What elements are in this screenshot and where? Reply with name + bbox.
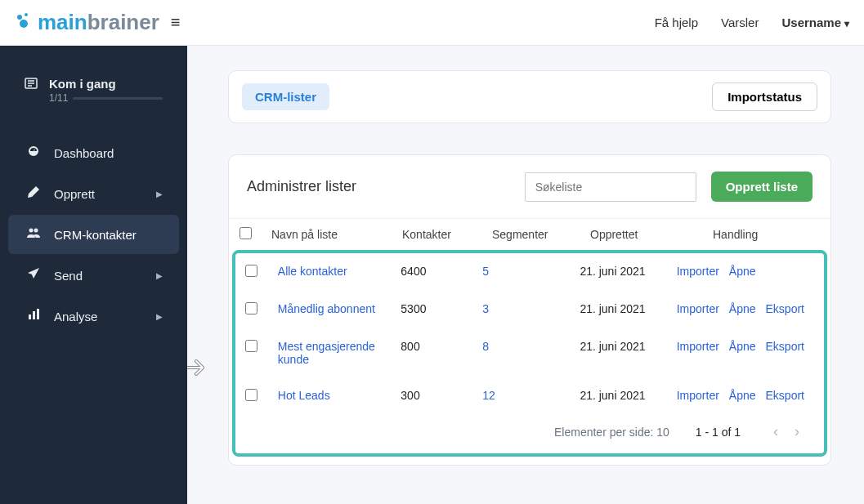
svg-rect-11: [37, 309, 39, 319]
tab-crm-lists[interactable]: CRM-lister: [242, 83, 329, 110]
gauge-icon: [25, 145, 43, 161]
logo-text-main: main: [38, 10, 87, 35]
select-all-checkbox[interactable]: [240, 227, 252, 239]
panel-title: Administrer lister: [247, 178, 356, 195]
top-right-nav: Få hjelp Varsler Username: [655, 16, 849, 29]
export-action[interactable]: Eksport: [766, 302, 804, 315]
table-row: Alle kontakter6400521. juni 2021Importer…: [235, 253, 824, 291]
svg-point-0: [17, 15, 22, 20]
logo[interactable]: mainbrainer: [15, 10, 159, 35]
sidebar-get-started[interactable]: Kom i gang 1/11: [8, 65, 179, 115]
sidebar-label: Dashboard: [54, 146, 114, 160]
sidebar-item-crm-contacts[interactable]: CRM-kontakter: [8, 215, 179, 254]
segments-link[interactable]: 5: [482, 265, 489, 278]
import-action[interactable]: Importer: [677, 265, 719, 278]
logo-text-sub: brainer: [87, 10, 159, 35]
svg-point-1: [25, 13, 28, 16]
chevron-right-icon: ▶: [156, 312, 163, 321]
sidebar-label: Send: [54, 269, 83, 283]
row-checkbox[interactable]: [245, 389, 257, 401]
highlighted-rows: Alle kontakter6400521. juni 2021Importer…: [232, 250, 827, 457]
header-card: CRM-lister Importstatus: [228, 70, 831, 123]
export-action[interactable]: Eksport: [766, 389, 804, 402]
col-segments: Segmenter: [482, 219, 580, 251]
pager-prev-icon[interactable]: ‹: [767, 423, 785, 439]
sidebar-item-dashboard[interactable]: Dashboard: [8, 133, 179, 172]
segments-link[interactable]: 8: [482, 340, 489, 353]
lists-panel: Administrer lister Opprett liste Navn på…: [228, 154, 831, 466]
col-contacts: Kontakter: [392, 219, 482, 251]
pager-next-icon[interactable]: ›: [788, 423, 806, 439]
open-action[interactable]: Åpne: [729, 340, 756, 353]
svg-point-2: [20, 20, 28, 28]
paper-plane-icon: [25, 267, 43, 283]
col-action: Handling: [703, 219, 830, 251]
chevron-right-icon: ▶: [156, 271, 163, 280]
export-action[interactable]: Eksport: [766, 340, 804, 353]
pager: Elementer per side: 10 1 - 1 of 1 ‹ ›: [235, 415, 824, 448]
callout-arrow-icon: [187, 356, 211, 382]
sidebar: Kom i gang 1/11 Dashboard Opprett ▶: [0, 46, 187, 504]
contacts-value: 300: [401, 389, 419, 402]
sidebar-item-analyze[interactable]: Analyse ▶: [8, 297, 179, 336]
logo-dots-icon: [15, 12, 33, 33]
import-action[interactable]: Importer: [677, 340, 719, 353]
top-bar: mainbrainer ≡ Få hjelp Varsler Username: [0, 0, 864, 46]
sidebar-label: Opprett: [54, 187, 95, 201]
pager-range: 1 - 1 of 1: [696, 426, 741, 439]
get-started-progress: 1/11: [49, 92, 68, 104]
row-checkbox[interactable]: [245, 265, 257, 277]
open-action[interactable]: Åpne: [729, 302, 756, 315]
users-icon: [25, 226, 43, 243]
sidebar-item-send[interactable]: Send ▶: [8, 256, 179, 295]
list-name-link[interactable]: Mest engasjerende kunde: [278, 340, 375, 366]
import-status-button[interactable]: Importstatus: [712, 83, 817, 111]
table-row: Mest engasjerende kunde800821. juni 2021…: [235, 328, 824, 377]
sidebar-item-create[interactable]: Opprett ▶: [8, 174, 179, 213]
import-action[interactable]: Importer: [677, 389, 719, 402]
svg-rect-9: [29, 314, 31, 319]
open-action[interactable]: Åpne: [729, 265, 756, 278]
help-link[interactable]: Få hjelp: [655, 16, 698, 29]
svg-point-8: [34, 229, 38, 233]
list-name-link[interactable]: Månedlig abonnent: [278, 302, 375, 315]
created-value: 21. juni 2021: [580, 389, 645, 402]
chevron-right-icon: ▶: [156, 190, 163, 198]
contacts-value: 6400: [401, 265, 426, 278]
segments-link[interactable]: 12: [482, 389, 495, 402]
newspaper-icon: [25, 77, 38, 93]
search-input[interactable]: [525, 172, 696, 202]
svg-rect-10: [33, 311, 35, 319]
open-action[interactable]: Åpne: [729, 389, 756, 402]
menu-toggle-icon[interactable]: ≡: [171, 13, 181, 32]
row-checkbox[interactable]: [245, 340, 257, 352]
create-list-button[interactable]: Opprett liste: [711, 172, 813, 202]
sidebar-label: Analyse: [54, 310, 97, 323]
col-name: Navn på liste: [262, 219, 392, 251]
row-checkbox[interactable]: [245, 302, 257, 314]
pager-per-page: Elementer per side: 10: [554, 426, 669, 439]
list-name-link[interactable]: Alle kontakter: [278, 265, 347, 278]
import-action[interactable]: Importer: [677, 302, 719, 315]
svg-point-7: [29, 229, 34, 233]
table-row: Månedlig abonnent5300321. juni 2021Impor…: [235, 291, 824, 328]
segments-link[interactable]: 3: [482, 302, 489, 315]
progress-bar: [73, 97, 163, 100]
contacts-value: 5300: [401, 302, 426, 315]
user-menu[interactable]: Username: [781, 16, 849, 29]
main-content: CRM-lister Importstatus Administrer list…: [187, 46, 864, 504]
created-value: 21. juni 2021: [580, 340, 645, 353]
contacts-value: 800: [401, 340, 419, 353]
sidebar-label: CRM-kontakter: [54, 228, 137, 242]
table-row: Hot Leads3001221. juni 2021ImporterÅpneE…: [235, 377, 824, 415]
bar-chart-icon: [25, 308, 43, 324]
search-box: [525, 172, 696, 202]
col-created: Opprettet: [580, 219, 703, 251]
pencil-icon: [25, 185, 43, 202]
alerts-link[interactable]: Varsler: [721, 16, 759, 29]
get-started-label: Kom i gang: [49, 77, 163, 91]
created-value: 21. juni 2021: [580, 302, 645, 315]
created-value: 21. juni 2021: [580, 265, 645, 278]
list-name-link[interactable]: Hot Leads: [278, 389, 330, 402]
